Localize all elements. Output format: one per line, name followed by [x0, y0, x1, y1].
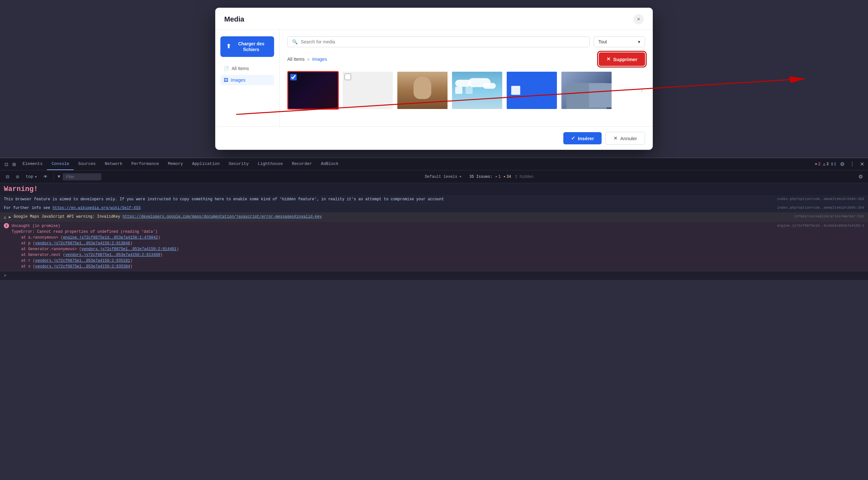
devtools-tab-security[interactable]: Security: [224, 158, 253, 170]
error-stack-1: at a.<anonymous> (engine.js?2cf0875e1d..…: [11, 235, 774, 241]
cancel-x-icon: ✕: [614, 135, 618, 141]
breadcrumb-all-items[interactable]: All Items: [287, 57, 305, 62]
upload-icon: ⬆: [226, 43, 231, 50]
modal-wrapper: Media × ⬆ Charger des fichiers 📄 All Ite…: [0, 0, 868, 158]
devtools-close-btn[interactable]: ✕: [859, 160, 865, 168]
media-item-1[interactable]: [287, 71, 339, 109]
sidebar-item-images[interactable]: 🖼 Images: [220, 75, 274, 85]
devtools-more-btn[interactable]: ⋮: [848, 160, 856, 168]
devtools-settings-btn[interactable]: ⚙: [839, 160, 846, 168]
devtools-device-btn[interactable]: ⊞: [10, 160, 18, 168]
media-checkbox-2[interactable]: [345, 74, 351, 80]
console-source-4: engine.js?2cf0875e1d..bc4e64c053e7a4150:…: [777, 223, 864, 229]
devtools-tab-application[interactable]: Application: [188, 158, 224, 170]
maps-error-link[interactable]: https://developers.google.com/maps/docum…: [123, 215, 322, 219]
devtools-settings-gear[interactable]: ⚙: [857, 172, 864, 181]
filter-dropdown[interactable]: Tout ▾: [594, 36, 645, 47]
devtools-tab-memory[interactable]: Memory: [163, 158, 188, 170]
error-type: TypeError: Cannot read properties of und…: [11, 229, 774, 235]
error-count: 2: [818, 162, 820, 166]
modal-close-button[interactable]: ×: [633, 14, 644, 25]
media-checkbox-1[interactable]: [290, 74, 297, 81]
toolbar-divider: [53, 173, 54, 180]
error-link-6[interactable]: vendors.js?2cf0875e1..053e7a4150:2:93530…: [35, 264, 130, 269]
devtools-tab-performance[interactable]: Performance: [127, 158, 163, 170]
console-text-3: Google Maps JavaScript API warning: Inva…: [13, 214, 792, 220]
media-item-6[interactable]: [561, 71, 612, 109]
sidebar-images-label: Images: [231, 77, 245, 83]
delete-button[interactable]: ✕ Supprimer: [599, 53, 645, 66]
clear-console-btn[interactable]: ⊘: [14, 173, 21, 180]
search-filter-row: 🔍 Tout ▾: [287, 36, 645, 47]
issues-error-count: 1: [498, 174, 501, 179]
all-items-icon: 📄: [224, 66, 229, 71]
sidebar-toggle-btn[interactable]: ⊟: [4, 173, 11, 180]
filter-icon: ▼: [58, 174, 60, 179]
error-link-1[interactable]: engine.js?2cf0875e1d..053e7a4150:1:47004…: [63, 235, 158, 240]
devtools-inspect-btn[interactable]: ⊡: [3, 160, 10, 168]
sidebar-item-all-items[interactable]: 📄 All Items: [220, 63, 274, 74]
console-line-1: This browser feature is aimed to develop…: [0, 195, 868, 204]
media-item-5[interactable]: [506, 71, 558, 109]
search-input[interactable]: [301, 39, 585, 44]
warning-count: 3: [827, 162, 829, 166]
upload-button[interactable]: ⬆ Charger des fichiers: [220, 36, 274, 57]
modal-title: Media: [224, 15, 244, 24]
console-text-2: For further info see https://en.wikipedi…: [4, 205, 774, 211]
devtools-tab-recorder[interactable]: Recorder: [287, 158, 316, 170]
info-icon: ℹ: [831, 162, 833, 166]
media-item-2[interactable]: [342, 71, 394, 109]
modal-header: Media ×: [215, 8, 653, 30]
context-selector[interactable]: top ▾: [24, 173, 39, 181]
error-number-badge: 2: [4, 223, 9, 228]
media-modal: Media × ⬆ Charger des fichiers 📄 All Ite…: [215, 8, 653, 150]
console-line-2: For further info see https://en.wikipedi…: [0, 204, 868, 213]
media-item-3[interactable]: [397, 71, 448, 109]
insert-button[interactable]: ✓ Insérer: [563, 132, 601, 145]
app-container: Media × ⬆ Charger des fichiers 📄 All Ite…: [0, 0, 868, 280]
media-thumb-3: [397, 72, 447, 109]
breadcrumb-separator: »: [307, 57, 310, 62]
self-xss-link[interactable]: https://en.wikipedia.org/wiki/Self-XSS: [53, 206, 141, 210]
breadcrumb-images[interactable]: Images: [312, 57, 327, 62]
error-link-2[interactable]: vendors.js?2cf0875e1..053e7a4150:2:91304…: [35, 241, 130, 246]
devtools-tab-network[interactable]: Network: [100, 158, 127, 170]
media-item-4[interactable]: [452, 71, 503, 109]
devtools-tab-sources[interactable]: Sources: [74, 158, 100, 170]
issues-warning-count: 34: [506, 174, 511, 179]
error-title: Uncaught (in promise): [11, 223, 774, 229]
devtools-tab-adblock[interactable]: AdBlock: [317, 158, 343, 170]
eye-btn[interactable]: 👁: [41, 173, 50, 180]
devtools-right-icons: ⊗ 2 △ 3 ℹ 1 ⚙ ⋮ ✕: [815, 160, 865, 168]
devtools-tab-elements[interactable]: Elements: [18, 158, 47, 170]
devtools-tab-console[interactable]: Console: [47, 158, 74, 170]
error-link-5[interactable]: vendors.js?2cf0875e1..053e7a4150:2:93510…: [35, 258, 130, 263]
images-icon: 🖼: [224, 77, 228, 83]
levels-dropdown[interactable]: Default levels ▾: [425, 174, 462, 179]
devtools-tabs: ⊡ ⊞ Elements Console Sources Network Per…: [0, 158, 868, 170]
devtools-panel: ⊡ ⊞ Elements Console Sources Network Per…: [0, 158, 868, 280]
warning-triangle-small: △: [4, 215, 6, 220]
modal-body: ⬆ Charger des fichiers 📄 All Items 🖼 Ima…: [215, 30, 653, 126]
console-input[interactable]: [9, 273, 864, 278]
cancel-button[interactable]: ✕ Annuler: [606, 132, 645, 145]
checkmark-icon: ✓: [571, 135, 575, 141]
issues-error-badge: ▪ 1: [495, 174, 501, 179]
media-grid: ›: [287, 71, 645, 109]
error-stack-6: at s (vendors.js?2cf0875e1..053e7a4150:2…: [11, 264, 774, 269]
media-thumb-6: [561, 72, 612, 109]
levels-label: Default levels: [425, 174, 458, 179]
console-text-1: This browser feature is aimed to develop…: [4, 196, 774, 202]
filter-input[interactable]: [63, 173, 101, 180]
error-link-4[interactable]: vendors.js?2cf0875e1..053e7a4150:2:91340…: [65, 253, 160, 257]
expand-icon[interactable]: ▶: [9, 215, 11, 220]
issues-warning-square: ▪: [503, 174, 505, 179]
filter-label: Tout: [598, 39, 607, 44]
portrait-image: [397, 72, 447, 109]
error-stack-2: at p (vendors.js?2cf0875e1..053e7a4150:2…: [11, 241, 774, 246]
media-thumb-1: [288, 72, 338, 109]
error-link-3[interactable]: vendors.js?2cf0875e1..053e7a4150:2:91440…: [82, 247, 176, 251]
upload-button-label: Charger des fichiers: [234, 41, 268, 53]
issues-label: 35 Issues:: [469, 174, 493, 179]
devtools-tab-lighthouse[interactable]: Lighthouse: [253, 158, 287, 170]
